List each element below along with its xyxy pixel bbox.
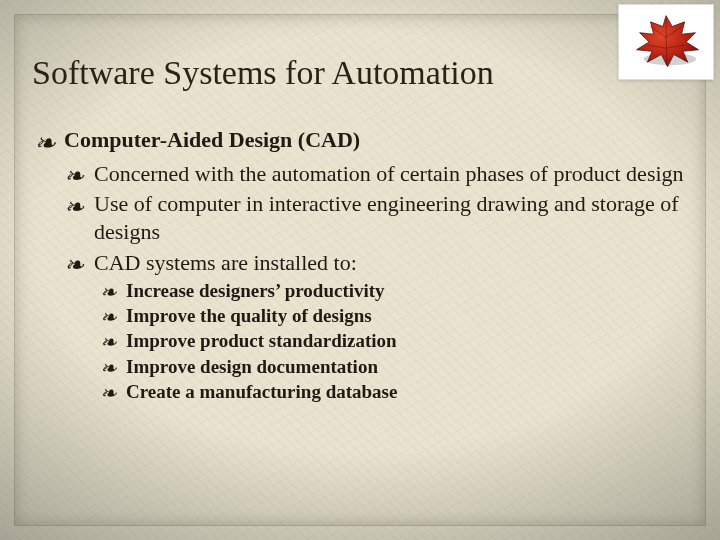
bullet-level3: ❧ Improve design documentation	[100, 355, 686, 379]
bullet-glyph: ❧	[64, 250, 84, 281]
bullet-level3: ❧ Improve product standardization	[100, 329, 686, 353]
bullet-text: Improve product standardization	[126, 330, 397, 351]
bullet-glyph: ❧	[64, 161, 84, 192]
bullet-text: Improve design documentation	[126, 356, 378, 377]
bullet-text: Increase designers’ productivity	[126, 280, 385, 301]
bullet-glyph: ❧	[100, 280, 117, 306]
bullet-text: Concerned with the automation of certain…	[94, 161, 684, 186]
bullet-glyph: ❧	[100, 305, 117, 331]
bullet-glyph: ❧	[64, 192, 84, 223]
slide-title: Software Systems for Automation	[32, 54, 494, 92]
bullet-glyph: ❧	[100, 330, 117, 356]
slide: Software Systems for Automation ❧ Comput…	[0, 0, 720, 540]
bullet-level1: ❧ Computer-Aided Design (CAD)	[34, 126, 686, 154]
bullet-level2: ❧ Use of computer in interactive enginee…	[64, 190, 686, 246]
bullet-level3: ❧ Improve the quality of designs	[100, 304, 686, 328]
bullet-text: CAD systems are installed to:	[94, 250, 357, 275]
bullet-level2: ❧ CAD systems are installed to:	[64, 249, 686, 277]
bullet-glyph: ❧	[34, 127, 56, 160]
bullet-text: Computer-Aided Design (CAD)	[64, 127, 360, 152]
bullet-level2: ❧ Concerned with the automation of certa…	[64, 160, 686, 188]
bullet-glyph: ❧	[100, 356, 117, 382]
bullet-text: Create a manufacturing database	[126, 381, 397, 402]
slide-body: ❧ Computer-Aided Design (CAD) ❧ Concerne…	[34, 126, 686, 405]
bullet-text: Use of computer in interactive engineeri…	[94, 191, 679, 244]
bullet-text: Improve the quality of designs	[126, 305, 372, 326]
maple-leaf-icon	[618, 4, 714, 80]
bullet-level3: ❧ Create a manufacturing database	[100, 380, 686, 404]
bullet-level3: ❧ Increase designers’ productivity	[100, 279, 686, 303]
bullet-glyph: ❧	[100, 381, 117, 407]
